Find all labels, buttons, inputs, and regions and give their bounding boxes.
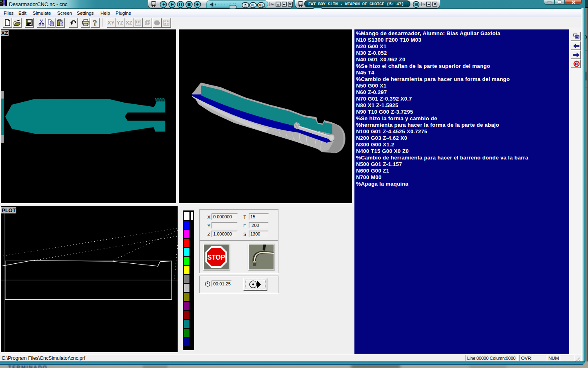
svg-text:?: ? (93, 19, 97, 27)
svg-text:ML: ML (258, 3, 264, 7)
svg-text:PL: PL (251, 3, 256, 7)
svg-text:STOP: STOP (207, 254, 225, 261)
